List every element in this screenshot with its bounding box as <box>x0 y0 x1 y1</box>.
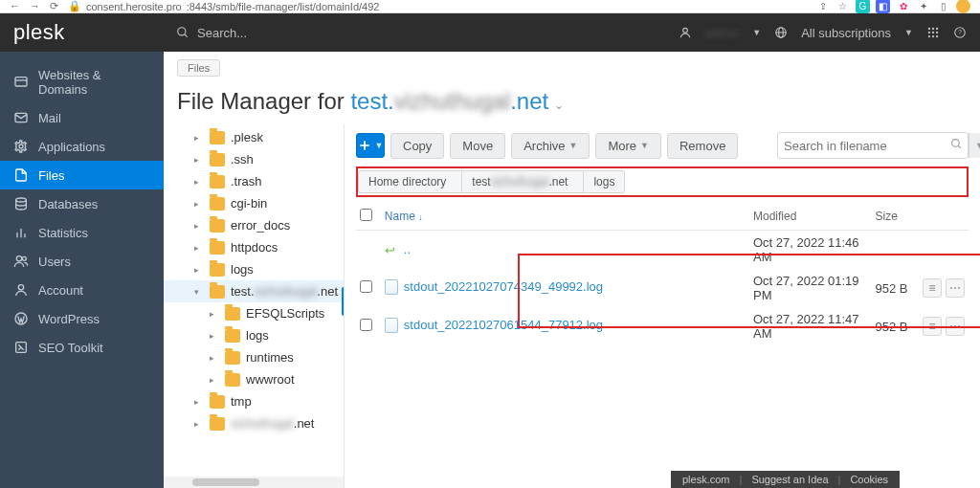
user-chevron-icon[interactable]: ▼ <box>752 28 761 37</box>
file-link[interactable]: stdout_20221027061544_77912.log <box>385 318 603 333</box>
username[interactable]: admin <box>705 26 739 40</box>
tree-item[interactable]: ▸httpdocs <box>164 236 344 258</box>
tree-item[interactable]: ▸.trash <box>164 170 344 192</box>
file-link[interactable]: ↩.. <box>385 242 411 256</box>
tree-toggle-icon[interactable]: ▾ <box>194 287 204 297</box>
tree-scrollbar[interactable] <box>164 477 344 488</box>
side-panel-icon[interactable]: ▯ <box>936 0 950 13</box>
reload-icon[interactable]: ⟳ <box>50 0 58 12</box>
tree-item[interactable]: ▸runtimes <box>164 346 344 368</box>
back-icon[interactable]: ← <box>10 0 20 12</box>
tree-item[interactable]: ▸vizhuthugal.net <box>164 412 344 434</box>
sidebar-item-websites[interactable]: Websites & Domains <box>0 61 164 103</box>
page-title-domain[interactable]: test.vizhuthugal.net <box>350 88 548 114</box>
tree-item[interactable]: ▸wwwroot <box>164 368 344 390</box>
brand-logo[interactable]: plesk <box>0 13 164 52</box>
tree-toggle-icon[interactable]: ▸ <box>194 419 204 429</box>
page-crumb-chip[interactable]: Files <box>177 59 220 77</box>
file-link[interactable]: stdout_20221027074349_49992.log <box>385 279 603 295</box>
footer-cookies-link[interactable]: Cookies <box>850 474 888 485</box>
select-all-checkbox[interactable] <box>360 209 372 221</box>
remove-button[interactable]: Remove <box>667 133 738 159</box>
tree-toggle-icon[interactable]: ▸ <box>194 243 204 253</box>
forward-icon[interactable]: → <box>30 0 40 12</box>
tree-toggle-icon[interactable]: ▸ <box>194 155 204 165</box>
row-more-button[interactable]: ⋯ <box>946 317 965 336</box>
file-search-options[interactable]: ▼ <box>969 133 980 158</box>
tree-toggle-icon[interactable]: ▸ <box>194 177 204 187</box>
footer-suggest-link[interactable]: Suggest an Idea <box>751 474 828 485</box>
ext-blue-icon[interactable]: ◧ <box>876 0 890 13</box>
tree-item[interactable]: ▸.plesk <box>164 126 344 148</box>
grid-icon[interactable] <box>926 26 940 39</box>
row-menu-button[interactable]: ≡ <box>923 317 942 336</box>
tree-toggle-icon[interactable]: ▸ <box>210 331 219 341</box>
user-icon[interactable] <box>679 26 692 39</box>
tree-splitter-handle[interactable] <box>342 287 345 316</box>
more-button[interactable]: More▼ <box>595 133 661 159</box>
sidebar-item-mail[interactable]: Mail <box>0 103 164 132</box>
tree-item[interactable]: ▾test.vizhuthugal.net <box>164 280 344 302</box>
global-search[interactable]: Search... <box>176 26 679 40</box>
copy-button[interactable]: Copy <box>390 133 444 159</box>
footer-plesk-link[interactable]: plesk.com <box>682 474 730 485</box>
share-icon[interactable]: ⇪ <box>815 0 830 13</box>
breadcrumb-segment[interactable]: testvizhuthugal.net <box>461 170 583 193</box>
tree-toggle-icon[interactable]: ▸ <box>194 397 204 407</box>
ext-teal-icon[interactable]: G <box>856 0 870 13</box>
col-modified[interactable]: Modified <box>749 203 872 231</box>
sidebar-item-applications[interactable]: Applications <box>0 132 164 161</box>
sidebar-item-account[interactable]: Account <box>0 276 164 304</box>
tree-toggle-icon[interactable]: ▸ <box>210 375 219 385</box>
tree-toggle-icon[interactable]: ▸ <box>194 199 204 209</box>
row-menu-button[interactable]: ≡ <box>923 278 942 298</box>
sub-chevron-icon[interactable]: ▼ <box>904 28 913 37</box>
star-icon[interactable]: ☆ <box>835 0 850 13</box>
tree-item[interactable]: ▸.ssh <box>164 148 344 170</box>
svg-text:?: ? <box>958 29 962 35</box>
tree-item[interactable]: ▸tmp <box>164 390 344 412</box>
col-name[interactable]: Name ↓ <box>381 203 749 231</box>
users-icon <box>13 254 29 269</box>
table-row: stdout_20221027061544_77912.logOct 27, 2… <box>356 307 969 345</box>
archive-button[interactable]: Archive▼ <box>511 133 590 159</box>
tree-toggle-icon[interactable]: ▸ <box>210 353 219 363</box>
breadcrumb-segment[interactable]: Home directory <box>358 170 461 193</box>
file-search[interactable]: ▼ <box>777 132 969 159</box>
sidebar-item-databases[interactable]: Databases <box>0 189 164 218</box>
profile-avatar-icon[interactable] <box>956 0 970 13</box>
tree-toggle-icon[interactable]: ▸ <box>194 221 204 231</box>
tree-item[interactable]: ▸EFSQLScripts <box>164 302 344 324</box>
sidebar-item-users[interactable]: Users <box>0 247 164 276</box>
title-chevron-icon[interactable]: ⌄ <box>554 99 564 112</box>
breadcrumb-segment[interactable]: logs <box>583 170 625 193</box>
address-bar[interactable]: 🔒 consent.herosite.pro:8443/smb/file-man… <box>68 0 379 12</box>
file-tree[interactable]: ▸.plesk▸.ssh▸.trash▸cgi-bin▸error_docs▸h… <box>164 124 345 488</box>
file-search-input[interactable] <box>784 139 945 153</box>
row-checkbox[interactable] <box>360 319 372 331</box>
tree-item[interactable]: ▸logs <box>164 324 344 346</box>
sidebar-item-statistics[interactable]: Statistics <box>0 218 164 247</box>
tree-item[interactable]: ▸error_docs <box>164 214 344 236</box>
sidebar-item-wordpress[interactable]: WordPress <box>0 304 164 333</box>
subscriptions-label[interactable]: All subscriptions <box>801 26 891 40</box>
tree-item[interactable]: ▸cgi-bin <box>164 192 344 214</box>
lock-icon: 🔒 <box>68 0 81 12</box>
col-size[interactable]: Size <box>872 203 919 231</box>
tree-item-label: cgi-bin <box>231 196 267 211</box>
sidebar-item-seo[interactable]: SEO Toolkit <box>0 333 164 362</box>
row-more-button[interactable]: ⋯ <box>946 278 965 298</box>
help-icon[interactable]: ? <box>953 26 967 39</box>
ext-red-icon[interactable]: ✿ <box>896 0 910 13</box>
tree-toggle-icon[interactable]: ▸ <box>210 309 219 319</box>
puzzle-icon[interactable]: ✦ <box>916 0 930 13</box>
tree-toggle-icon[interactable]: ▸ <box>194 133 204 143</box>
tree-item[interactable]: ▸logs <box>164 258 344 280</box>
row-checkbox[interactable] <box>360 280 372 293</box>
tree-toggle-icon[interactable]: ▸ <box>194 265 204 275</box>
new-button[interactable]: ▼ <box>356 133 385 158</box>
move-button[interactable]: Move <box>450 133 505 159</box>
sidebar-item-files[interactable]: Files <box>0 161 164 189</box>
file-search-icon[interactable] <box>950 138 963 153</box>
tree-item-label: test.vizhuthugal.net <box>231 284 338 299</box>
